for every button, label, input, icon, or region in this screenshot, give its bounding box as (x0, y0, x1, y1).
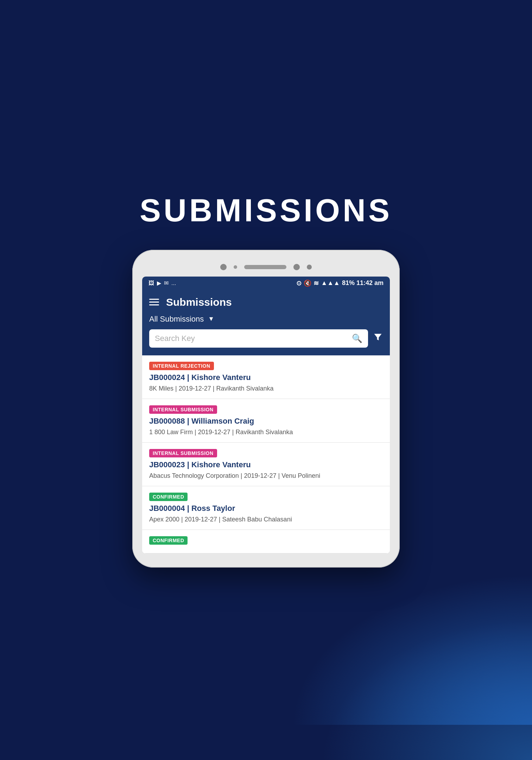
video-icon: ▶ (157, 280, 161, 286)
submission-item[interactable]: INTERNAL REJECTION JB000024 | Kishore Va… (142, 355, 390, 399)
dropdown-label: All Submissions (149, 315, 204, 324)
page-container: SUBMISSIONS 🖼 ▶ ✉ ... ⊙ 🔇 (0, 0, 532, 760)
status-left-icons: 🖼 ▶ ✉ ... (148, 280, 176, 286)
search-box[interactable]: Search Key 🔍 (149, 329, 368, 348)
submission-item[interactable]: INTERNAL SUBMISSION JB000088 | Williamso… (142, 399, 390, 443)
app-header: Submissions All Submissions ▼ Search Key… (142, 290, 390, 355)
submission-item[interactable]: INTERNAL SUBMISSION JB000023 | Kishore V… (142, 443, 390, 486)
hamburger-line-1 (149, 299, 159, 300)
filter-dropdown[interactable]: All Submissions ▼ (149, 315, 383, 324)
location-icon: ⊙ (296, 279, 302, 287)
more-icon: ... (171, 280, 176, 286)
app-header-top: Submissions (149, 296, 383, 308)
item-title: JB000023 | Kishore Vanteru (149, 460, 383, 469)
mail-icon: ✉ (164, 280, 169, 286)
item-detail: 1 800 Law Firm | 2019-12-27 | Ravikanth … (149, 428, 383, 437)
search-row: Search Key 🔍 (149, 329, 383, 348)
hamburger-line-3 (149, 304, 159, 305)
phone-speaker (244, 265, 286, 269)
item-detail: 8K Miles | 2019-12-27 | Ravikanth Sivala… (149, 384, 383, 393)
filter-button[interactable] (373, 332, 383, 344)
hamburger-menu[interactable] (149, 299, 159, 305)
search-input[interactable]: Search Key (155, 334, 348, 343)
status-badge: INTERNAL SUBMISSION (149, 449, 217, 457)
phone-screen: 🖼 ▶ ✉ ... ⊙ 🔇 ≋ ▲▲▲ 81% 11:42 am (142, 277, 390, 554)
phone-top-bar (142, 264, 390, 270)
item-title: JB000004 | Ross Taylor (149, 504, 383, 513)
image-icon: 🖼 (148, 280, 154, 286)
phone-camera-2 (293, 264, 300, 270)
phone-front-camera (220, 264, 227, 270)
filter-icon (373, 332, 383, 342)
item-title: JB000088 | Williamson Craig (149, 417, 383, 426)
mute-icon: 🔇 (304, 279, 311, 287)
status-bar: 🖼 ▶ ✉ ... ⊙ 🔇 ≋ ▲▲▲ 81% 11:42 am (142, 277, 390, 290)
item-detail: Apex 2000 | 2019-12-27 | Sateesh Babu Ch… (149, 515, 383, 524)
item-title: JB000024 | Kishore Vanteru (149, 373, 383, 382)
item-detail: Abacus Technology Corporation | 2019-12-… (149, 471, 383, 480)
status-badge: CONFIRMED (149, 493, 188, 501)
status-right: ⊙ 🔇 ≋ ▲▲▲ 81% 11:42 am (296, 279, 384, 287)
hamburger-line-2 (149, 302, 159, 303)
app-title: Submissions (166, 296, 232, 308)
signal-icon: ▲▲▲ (321, 279, 340, 287)
wifi-icon: ≋ (314, 279, 319, 287)
phone-frame: 🖼 ▶ ✉ ... ⊙ 🔇 ≋ ▲▲▲ 81% 11:42 am (132, 250, 400, 568)
submission-item[interactable]: CONFIRMED (142, 530, 390, 553)
page-title: SUBMISSIONS (140, 192, 392, 229)
submission-list: INTERNAL REJECTION JB000024 | Kishore Va… (142, 355, 390, 554)
phone-dot (234, 265, 237, 269)
battery-percent: 81% 11:42 am (342, 279, 384, 287)
search-icon[interactable]: 🔍 (352, 334, 362, 343)
status-badge: INTERNAL SUBMISSION (149, 405, 217, 414)
phone-sensor (307, 265, 312, 270)
submission-item[interactable]: CONFIRMED JB000004 | Ross Taylor Apex 20… (142, 486, 390, 530)
dropdown-arrow-icon: ▼ (208, 315, 214, 323)
status-badge: CONFIRMED (149, 536, 188, 545)
status-badge: INTERNAL REJECTION (149, 362, 214, 370)
